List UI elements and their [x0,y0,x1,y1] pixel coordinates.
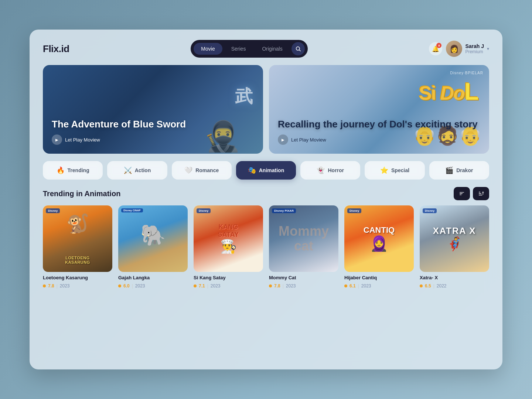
movie-card-gajah[interactable]: 🐘 Disney CINAP Gajah Langka 6.0 | 2023 [118,205,188,289]
movie-card-mommycat[interactable]: Mommycat Disney PIXAR Mommy Cat 7.8 | 20… [269,205,338,289]
monkey-deco: 🐒 [66,213,89,234]
hero-content-right: Recalling the journey of Dol's exciting … [278,119,478,145]
poster-loetoeng: 🐒 LOETOENGKASARUNG Disney [43,205,112,272]
search-icon [295,46,301,52]
horror-icon: 👻 [317,166,325,174]
movie-rating-loetoeng: 7.8 [48,283,54,289]
warrior-deco: 🥷 [204,119,241,154]
hero-content-left: The Adventure of Blue Sword ▶ Let Play M… [52,119,186,145]
user-text: Sarah J Premium [465,43,484,54]
poster-overlay-xatra: XATRA X 🦸 [420,205,489,272]
poster-overlay-hijaber: CANTIQ 🧕 [344,205,414,272]
movie-meta-gajah: 6.0 | 2023 [118,283,188,289]
tab-horror-label: Horror [328,167,344,173]
cantiq-poster-text: CANTIQ [364,225,395,235]
movie-meta-hijaber: 6.1 | 2023 [344,283,414,289]
disney-label-mommycat: Disney PIXAR [272,208,296,213]
movie-meta-satay: 7.1 | 2023 [194,283,263,289]
poster-satay: KANGSATAY 👨‍🍳 Disney [194,205,263,272]
play-button-right[interactable]: ▶ Let Play Moview [278,134,478,145]
tab-romance-label: Romance [195,167,219,173]
svg-rect-3 [460,193,463,194]
filter-sort-button[interactable] [473,187,489,200]
search-button[interactable] [291,42,305,55]
rating-dot [344,284,347,287]
main-nav: Movie Series Originals [191,40,307,58]
tab-animation-label: Animation [259,167,284,173]
movie-title-hijaber: Hijaber Cantiq [344,275,414,280]
disney-label-xatra: Disney [423,208,437,213]
tab-trending[interactable]: 🔥 Trending [43,161,103,180]
movie-card-hijaber[interactable]: CANTIQ 🧕 Disney Hijaber Cantiq 6.1 | 202… [344,205,414,289]
tab-horror[interactable]: 👻 Horror [300,161,360,180]
cook-deco: 👨‍🍳 [220,239,237,254]
filter-buttons [454,187,489,200]
elephant-deco: 🐘 [140,223,166,247]
rating-dot [194,284,197,287]
genre-tabs: 🔥 Trending ⚔️ Action 🤍 Romance 🎭 Animati… [43,161,489,180]
filter-list-button[interactable] [454,187,470,200]
poster-mommycat: Mommycat Disney PIXAR [269,205,338,272]
sidol-title-text: Si DoL [419,80,478,103]
filter-list-icon [459,191,465,197]
animation-icon: 🎭 [248,166,256,174]
tab-action[interactable]: ⚔️ Action [107,161,167,180]
play-label-left: Let Play Moview [65,137,100,143]
rating-dot [43,284,46,287]
tab-animation[interactable]: 🎭 Animation [236,161,296,180]
notification-badge: 8 [436,43,441,48]
romance-icon: 🤍 [184,166,192,174]
disney-label-loetoeng: Disney [46,208,60,213]
header: Flix.id Movie Series Originals 🔔 8 👩 Sar… [43,40,489,58]
movie-year-loetoeng: 2023 [60,283,70,289]
movie-year-gajah: 2023 [135,283,145,289]
poster-overlay-satay: KANGSATAY 👨‍🍳 [194,205,263,272]
hero-deco: 🦸 [446,236,463,252]
poster-overlay-mommycat: Mommycat [269,205,338,272]
movie-rating-mommycat: 7.8 [274,283,280,289]
movie-rating-gajah: 6.0 [123,283,130,289]
svg-rect-2 [460,192,464,192]
nav-originals[interactable]: Originals [255,43,290,55]
hero-section: 武 🥷 The Adventure of Blue Sword ▶ Let Pl… [43,65,489,154]
poster-overlay-loetoeng: 🐒 LOETOENGKASARUNG [43,205,112,272]
tab-romance[interactable]: 🤍 Romance [172,161,232,180]
rating-dot [118,284,121,287]
notification-bell[interactable]: 🔔 8 [429,42,442,55]
trending-section: Trending in Animation [43,187,489,289]
play-button-left[interactable]: ▶ Let Play Moview [52,134,186,145]
movie-card-satay[interactable]: KANGSATAY 👨‍🍳 Disney Si Kang Satay 7.1 |… [194,205,263,289]
movie-rating-hijaber: 6.1 [349,283,356,289]
movie-year-hijaber: 2023 [361,283,371,289]
nav-series[interactable]: Series [224,43,253,55]
movies-grid: 🐒 LOETOENGKASARUNG Disney Loetoeng Kasar… [43,205,489,289]
disney-label-hijaber: Disney [347,208,361,213]
movie-rating-xatra: 6.5 [425,283,431,289]
disney-label-satay: Disney [197,208,211,213]
app-logo: Flix.id [43,43,69,55]
hero-card-blue-sword[interactable]: 武 🥷 The Adventure of Blue Sword ▶ Let Pl… [43,65,263,154]
loetoeng-poster-text: LOETOENGKASARUNG [43,256,112,265]
movie-rating-satay: 7.1 [199,283,205,289]
svg-point-0 [296,47,299,50]
tab-drakor[interactable]: 🎬 Drakor [429,161,489,180]
movie-card-xatra[interactable]: XATRA X 🦸 Disney Xatra- X 6.5 | 2022 [420,205,489,289]
movie-title-loetoeng: Loetoeng Kasarung [43,275,112,280]
nav-movie[interactable]: Movie [194,43,222,55]
svg-rect-4 [460,195,461,195]
sidol-brand: Disney·BPIELAR [450,71,483,75]
movie-year-satay: 2023 [211,283,221,289]
user-profile[interactable]: 👩 Sarah J Premium ▾ [446,41,489,57]
hero-card-sidol[interactable]: Disney·BPIELAR Si DoL 👴🧔👴 Recalling the … [269,65,489,154]
drakor-icon: 🎬 [445,166,453,174]
tab-special-label: Special [391,167,409,173]
user-name: Sarah J [465,43,484,49]
filter-sort-icon [478,191,484,197]
movie-year-mommycat: 2023 [286,283,296,289]
hero-title-right: Recalling the journey of Dol's exciting … [278,119,478,130]
movie-card-loetoeng[interactable]: 🐒 LOETOENGKASARUNG Disney Loetoeng Kasar… [43,205,112,289]
disney-label-gajah: Disney CINAP [121,208,143,212]
rating-dot [269,284,272,287]
tab-special[interactable]: ⭐ Special [365,161,424,180]
play-circle-icon-right: ▶ [278,134,288,145]
